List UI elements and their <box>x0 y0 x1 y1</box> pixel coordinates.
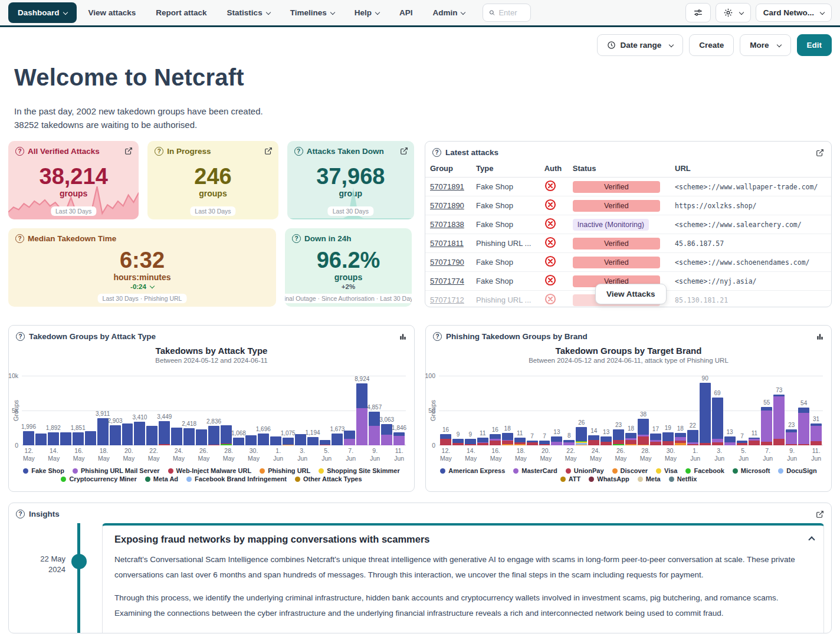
bar[interactable]: 54 <box>798 376 809 445</box>
legend-item[interactable]: Meta Ad <box>145 475 178 482</box>
bar[interactable]: 1,892 <box>48 376 59 445</box>
bar[interactable]: 8 <box>563 376 575 445</box>
legend-item[interactable]: Cryptocurrency Miner <box>61 475 136 482</box>
bar[interactable]: 38 <box>638 376 649 445</box>
legend-item[interactable]: Web-Inject Malware URL <box>168 467 252 474</box>
group-link[interactable]: 57071891 <box>430 182 464 191</box>
filter-sliders-button[interactable] <box>685 3 711 22</box>
bar[interactable] <box>60 376 71 445</box>
bar[interactable]: 1,673 <box>332 376 343 445</box>
bar[interactable]: 1,846 <box>393 376 405 445</box>
bar[interactable]: 13 <box>551 376 562 445</box>
legend-item[interactable]: Other Attack Types <box>295 475 362 482</box>
legend-item[interactable]: Meta <box>638 475 661 482</box>
bar[interactable]: 2,418 <box>183 376 195 445</box>
legend-item[interactable]: Microsoft <box>733 467 770 474</box>
bar[interactable]: 11 <box>514 376 526 445</box>
legend-item[interactable]: Phishing URL <box>260 467 310 474</box>
bar[interactable]: 23 <box>613 376 624 445</box>
legend-item[interactable]: Fake Shop <box>23 467 64 474</box>
bar[interactable]: 73 <box>773 376 785 445</box>
bar[interactable]: 13 <box>601 376 612 445</box>
bar[interactable]: 4,857 <box>369 376 380 445</box>
group-link[interactable]: 57071811 <box>430 239 464 248</box>
auth-denied-icon[interactable] <box>540 215 568 234</box>
legend-item[interactable]: Facebook <box>685 467 724 474</box>
bar[interactable]: 19 <box>662 376 674 445</box>
legend-item[interactable]: ATT <box>560 475 581 482</box>
legend-item[interactable]: WhatsApp <box>589 475 629 482</box>
bar[interactable] <box>196 376 207 445</box>
more-button[interactable]: More <box>740 34 790 56</box>
group-link[interactable]: 57071712 <box>430 295 464 304</box>
card-network-dropdown[interactable]: Card Netwo... <box>756 4 832 22</box>
nav-item-dashboard[interactable]: Dashboard <box>8 2 77 23</box>
auth-denied-icon[interactable] <box>540 253 568 272</box>
bar[interactable]: 9 <box>465 376 476 445</box>
bar[interactable]: 1,075 <box>283 376 294 445</box>
bar[interactable]: 11 <box>749 376 760 445</box>
bar[interactable] <box>320 376 331 445</box>
bar[interactable] <box>344 376 355 445</box>
bar[interactable]: 13 <box>724 376 736 445</box>
bar[interactable]: 18 <box>625 376 636 445</box>
legend-item[interactable]: Facebook Brand Infringement <box>186 475 287 482</box>
bar[interactable] <box>35 376 47 445</box>
bar[interactable] <box>221 376 232 445</box>
search-input[interactable] <box>498 8 524 17</box>
group-link[interactable]: 57071890 <box>430 201 464 210</box>
card-all-verified-attacks[interactable]: All Verified Attacks 38,214 groups Last … <box>8 141 139 219</box>
nav-item-view-attacks[interactable]: View attacks <box>80 4 145 22</box>
bar[interactable]: 3,063 <box>381 376 392 445</box>
bar[interactable]: 55 <box>761 376 772 445</box>
bar[interactable]: 2,903 <box>110 376 121 445</box>
view-attacks-button[interactable]: View Attacks <box>595 284 667 304</box>
bar[interactable] <box>85 376 96 445</box>
auth-denied-icon[interactable] <box>540 178 568 196</box>
legend-item[interactable]: UnionPay <box>566 467 604 474</box>
legend-item[interactable]: MasterCard <box>513 467 557 474</box>
bar[interactable] <box>122 376 133 445</box>
bar[interactable]: 16 <box>440 376 451 445</box>
bar[interactable]: 1,996 <box>23 376 34 445</box>
bar[interactable]: 7 <box>539 376 550 445</box>
bar[interactable]: 8,924 <box>356 376 368 445</box>
nav-item-admin[interactable]: Admin <box>424 4 473 22</box>
card-in-progress[interactable]: In Progress 246 groups Last 30 Days <box>147 141 278 219</box>
bar[interactable]: 26 <box>576 376 587 445</box>
bar[interactable]: 9 <box>452 376 464 445</box>
edit-button[interactable]: Edit <box>797 34 832 56</box>
nav-item-help[interactable]: Help <box>346 4 388 22</box>
card-median-takedown-time[interactable]: Median Takedown Time 6:32 hours:minutes … <box>8 228 276 307</box>
card-down-in-24h[interactable]: Down in 24h 96.2% groups +2% Final Outag… <box>285 228 412 307</box>
bar[interactable] <box>245 376 257 445</box>
nav-item-report-attack[interactable]: Report attack <box>147 4 215 22</box>
bar[interactable]: 17 <box>650 376 661 445</box>
bar[interactable]: 18 <box>675 376 686 445</box>
legend-item[interactable]: American Express <box>440 467 505 474</box>
legend-item[interactable]: Phishing URL Mail Server <box>73 467 160 474</box>
bar[interactable]: 18 <box>502 376 513 445</box>
bar[interactable]: 31 <box>811 376 822 445</box>
auth-denied-icon[interactable] <box>540 272 568 291</box>
auth-denied-icon[interactable] <box>540 196 568 215</box>
bar[interactable]: 69 <box>712 376 723 445</box>
settings-button[interactable] <box>716 3 751 22</box>
legend-item[interactable]: Shopping Site Skimmer <box>319 467 399 474</box>
bar[interactable]: 23 <box>786 376 797 445</box>
external-link-icon[interactable] <box>264 147 273 155</box>
nav-item-api[interactable]: API <box>391 4 421 22</box>
group-link[interactable]: 57071838 <box>430 220 464 229</box>
legend-item[interactable]: Visa <box>656 467 677 474</box>
bar[interactable]: 16 <box>490 376 501 445</box>
auth-denied-icon[interactable] <box>540 291 568 310</box>
auth-denied-icon[interactable] <box>540 234 568 253</box>
legend-item[interactable]: Netflix <box>669 475 697 482</box>
search-box[interactable] <box>483 4 531 22</box>
collapse-chevron-icon[interactable] <box>809 534 814 544</box>
external-link-icon[interactable] <box>400 147 408 155</box>
date-range-button[interactable]: Date range <box>597 34 683 56</box>
group-link[interactable]: 57071790 <box>430 258 464 267</box>
bar[interactable]: 1,851 <box>73 376 84 445</box>
legend-item[interactable]: Discover <box>612 467 648 474</box>
